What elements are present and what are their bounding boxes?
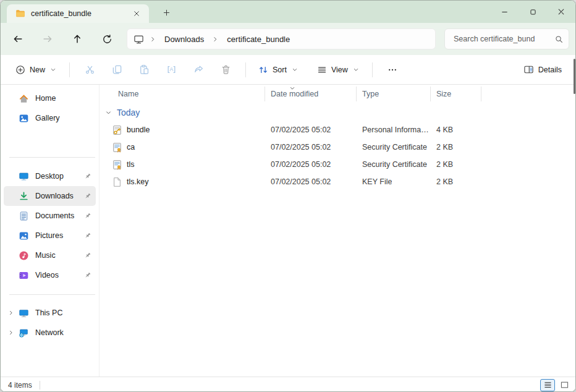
copy-icon bbox=[112, 64, 122, 75]
command-toolbar: New Sort View Details bbox=[1, 55, 575, 85]
sidebar-item-label: This PC bbox=[35, 309, 83, 317]
sidebar-item-label: Gallery bbox=[35, 114, 83, 122]
thumbnails-view-toggle[interactable] bbox=[557, 379, 572, 391]
column-header-date-modified[interactable]: Date modified bbox=[265, 87, 357, 101]
column-header-size[interactable]: Size bbox=[431, 87, 481, 101]
up-button[interactable] bbox=[67, 29, 87, 49]
sidebar-item-network[interactable]: Network bbox=[4, 323, 96, 343]
scrollbar-thumb[interactable] bbox=[574, 59, 575, 94]
sidebar-item-label: Music bbox=[35, 251, 83, 260]
gallery-icon bbox=[18, 113, 29, 124]
search-icon[interactable] bbox=[554, 35, 564, 44]
rename-button[interactable] bbox=[158, 59, 185, 81]
file-date-modified: 07/02/2025 05:02 bbox=[265, 177, 357, 186]
copy-button[interactable] bbox=[103, 59, 130, 81]
sidebar-item-pictures[interactable]: Pictures bbox=[4, 226, 96, 245]
breadcrumb-downloads[interactable]: Downloads bbox=[159, 33, 209, 46]
column-header-row: Name Date modified Type Size bbox=[100, 87, 575, 101]
close-button[interactable] bbox=[547, 1, 575, 23]
forward-button[interactable] bbox=[38, 29, 57, 49]
close-icon bbox=[132, 9, 141, 18]
view-button-label: View bbox=[331, 66, 348, 74]
sidebar-item-label: Desktop bbox=[35, 172, 83, 181]
group-label: Today bbox=[117, 108, 140, 117]
paste-icon bbox=[139, 64, 150, 75]
address-bar[interactable]: Downloads certificate_bundle bbox=[127, 28, 436, 49]
view-lines-icon bbox=[317, 65, 327, 75]
expand-chevron-icon[interactable] bbox=[4, 329, 18, 336]
pictures-icon bbox=[18, 231, 29, 241]
sidebar-item-downloads[interactable]: Downloads bbox=[4, 186, 96, 206]
plus-icon bbox=[162, 8, 171, 17]
new-tab-button[interactable] bbox=[158, 4, 175, 21]
file-type: Personal Informati... bbox=[357, 126, 431, 134]
file-name-cell[interactable]: bundle bbox=[100, 125, 265, 135]
search-input[interactable] bbox=[454, 35, 554, 43]
column-header-name[interactable]: Name bbox=[100, 87, 265, 101]
sidebar-item-videos[interactable]: Videos bbox=[4, 265, 96, 285]
file-size: 2 KB bbox=[431, 160, 481, 169]
sidebar-item-music[interactable]: Music bbox=[4, 245, 96, 265]
breadcrumb-certificate-bundle[interactable]: certificate_bundle bbox=[222, 33, 295, 46]
file-row[interactable]: tls 07/02/2025 05:02 Security Certificat… bbox=[100, 156, 575, 173]
sidebar-item-label: Documents bbox=[35, 211, 83, 220]
paste-button[interactable] bbox=[130, 59, 158, 81]
pin-icon bbox=[83, 232, 91, 240]
pin-icon bbox=[83, 192, 91, 200]
file-row[interactable]: bundle 07/02/2025 05:02 Personal Informa… bbox=[100, 121, 575, 138]
file-name-cell[interactable]: ca bbox=[100, 142, 265, 153]
trash-icon bbox=[221, 64, 231, 75]
sidebar-item-desktop[interactable]: Desktop bbox=[4, 166, 96, 186]
sidebar-item-documents[interactable]: Documents bbox=[4, 206, 96, 226]
music-icon bbox=[18, 250, 29, 261]
refresh-button[interactable] bbox=[97, 29, 117, 49]
file-size: 2 KB bbox=[431, 177, 481, 186]
more-options-button[interactable] bbox=[379, 59, 406, 81]
minimize-button[interactable] bbox=[490, 1, 519, 23]
delete-button[interactable] bbox=[212, 59, 239, 81]
file-size: 2 KB bbox=[431, 143, 481, 151]
maximize-icon bbox=[528, 7, 538, 17]
details-pane-button[interactable]: Details bbox=[517, 61, 568, 79]
file-name-cell[interactable]: tls bbox=[100, 160, 265, 170]
chevron-right-icon[interactable] bbox=[149, 35, 157, 43]
file-row[interactable]: ca 07/02/2025 05:02 Security Certificate… bbox=[100, 138, 575, 156]
file-name-cell[interactable]: tls.key bbox=[100, 177, 265, 187]
explorer-tab[interactable]: certificate_bundle bbox=[7, 4, 149, 23]
group-collapse-chevron-icon[interactable] bbox=[104, 109, 112, 117]
new-button[interactable]: New bbox=[9, 61, 63, 79]
network-icon bbox=[18, 328, 29, 338]
group-header-today[interactable]: Today bbox=[104, 108, 575, 117]
up-arrow-icon bbox=[72, 33, 83, 45]
expand-chevron-icon[interactable] bbox=[4, 309, 18, 317]
column-header-type[interactable]: Type bbox=[357, 87, 431, 101]
details-button-label: Details bbox=[538, 66, 562, 74]
cut-icon bbox=[85, 64, 95, 75]
tab-close-button[interactable] bbox=[129, 6, 144, 21]
sidebar: Home Gallery Desktop Downloads Documents… bbox=[1, 85, 100, 377]
view-button[interactable]: View bbox=[311, 61, 366, 79]
back-button[interactable] bbox=[8, 29, 28, 49]
tab-bar: certificate_bundle bbox=[1, 1, 575, 23]
sidebar-item-this-pc[interactable]: This PC bbox=[4, 303, 96, 323]
file-explorer-window: certificate_bundle Downloads certificate… bbox=[0, 0, 576, 392]
file-name: tls bbox=[127, 160, 135, 169]
sort-button-label: Sort bbox=[273, 66, 287, 74]
maximize-button[interactable] bbox=[519, 1, 547, 23]
status-bar: 4 items bbox=[1, 377, 575, 392]
chevron-right-icon[interactable] bbox=[211, 35, 219, 43]
chevron-down-icon bbox=[352, 66, 360, 74]
file-date-modified: 07/02/2025 05:02 bbox=[265, 143, 357, 151]
pin-icon bbox=[83, 173, 91, 181]
rename-icon bbox=[166, 64, 177, 75]
cut-button[interactable] bbox=[76, 59, 103, 81]
thumbnails-toggle-icon bbox=[560, 380, 569, 390]
details-view-toggle[interactable] bbox=[540, 379, 555, 391]
share-button[interactable] bbox=[185, 59, 212, 81]
file-row[interactable]: tls.key 07/02/2025 05:02 KEY File 2 KB bbox=[100, 173, 575, 190]
sort-button[interactable]: Sort bbox=[252, 61, 305, 79]
home-icon bbox=[18, 93, 29, 104]
search-box bbox=[444, 28, 569, 49]
sidebar-item-gallery[interactable]: Gallery bbox=[4, 108, 96, 128]
sidebar-item-home[interactable]: Home bbox=[4, 88, 96, 108]
